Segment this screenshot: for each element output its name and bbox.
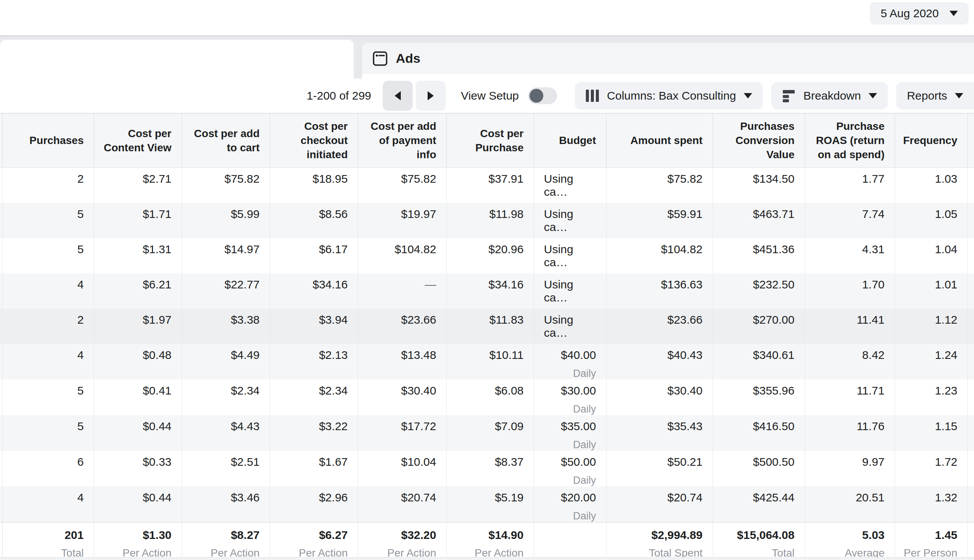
columns-button[interactable]: Columns: Bax Consulting <box>575 82 763 110</box>
cell-amount-spent: $30.40 <box>606 380 713 415</box>
cell-cost-per-purchase: $11.98 <box>446 203 534 238</box>
reports-button-label: Reports <box>907 89 947 102</box>
cell-purchases: 2 <box>2 309 94 344</box>
column-header-purchase-roas[interactable]: Purchase ROAS (return on ad spend) <box>805 113 895 168</box>
cell-cost-per-checkout-initiated: $2.13 <box>270 344 358 380</box>
cell-cost-per-content-view: $1.71 <box>94 203 182 238</box>
cell-budget: $40.00Daily <box>534 344 606 380</box>
cell-purchases: 6 <box>2 451 94 487</box>
cell-cost-per-content-view: $1.97 <box>94 309 182 344</box>
cell-amount-spent: $59.91 <box>606 203 713 238</box>
cell-cost-per-add-of-payment-info: $13.48 <box>358 344 446 380</box>
cell-cost-per-checkout-initiated: $2.34 <box>270 380 358 415</box>
cell-cost-per-add-to-cart: $2.34 <box>182 380 270 415</box>
cell-cost-per-content-view: $0.44 <box>94 487 182 522</box>
ads-metrics-table: PurchasesCost per Content ViewCost per a… <box>0 113 974 560</box>
table-row[interactable]: 5$0.44$4.43$3.22$17.72$7.09$35.00Daily$3… <box>0 415 974 451</box>
total-cost-per-purchase: $14.90Per Action <box>446 522 534 560</box>
trailing-column-sliver <box>967 238 974 273</box>
total-cost-per-add-of-payment-info: $32.20Per Action <box>358 522 446 560</box>
cell-cost-per-content-view: $0.33 <box>94 451 182 487</box>
next-page-button[interactable] <box>416 81 445 111</box>
chevron-down-icon <box>949 11 958 16</box>
cell-purchase-roas: 11.76 <box>805 415 895 451</box>
table-row[interactable]: 2$2.71$75.82$18.95$75.82$37.91Using ca…$… <box>0 168 974 203</box>
cell-frequency: 1.12 <box>895 309 967 344</box>
table-row[interactable]: 4$0.44$3.46$2.96$20.74$5.19$20.00Daily$2… <box>0 487 974 522</box>
view-setup-toggle[interactable] <box>528 87 557 104</box>
column-header-frequency[interactable]: Frequency <box>895 113 967 168</box>
budget-type-label: Daily <box>537 439 596 451</box>
cell-cost-per-content-view: $6.21 <box>94 273 182 309</box>
cell-cost-per-checkout-initiated: $1.67 <box>270 451 358 487</box>
date-range-button[interactable]: 5 Aug 2020 <box>870 2 969 25</box>
cell-budget: Using ca… <box>534 168 606 203</box>
cell-cost-per-purchase: $20.96 <box>446 238 534 273</box>
total-amount-spent: $2,994.89Total Spent <box>606 522 713 560</box>
total-purchase-roas: 5.03Average <box>805 522 895 560</box>
cell-cost-per-purchase: $7.09 <box>446 415 534 451</box>
cell-purchases: 2 <box>2 168 94 203</box>
horizontal-scrollbar-track[interactable] <box>0 557 974 560</box>
table-row[interactable]: 5$0.41$2.34$2.34$30.40$6.08$30.00Daily$3… <box>0 380 974 415</box>
cell-frequency: 1.01 <box>895 273 967 309</box>
cell-purchases-conversion-value: $416.50 <box>713 415 805 451</box>
column-header-amount-spent[interactable]: Amount spent <box>606 113 713 168</box>
cell-cost-per-purchase: $8.37 <box>446 451 534 487</box>
column-header-cost-per-add-to-cart[interactable]: Cost per add to cart <box>182 113 270 168</box>
cell-purchase-roas: 9.97 <box>805 451 895 487</box>
cell-cost-per-purchase: $6.08 <box>446 380 534 415</box>
cell-amount-spent: $20.74 <box>606 487 713 522</box>
table-toolbar: 1-200 of 299 View Setup Columns: Bax Con… <box>0 78 974 113</box>
cell-cost-per-content-view: $2.71 <box>94 168 182 203</box>
cell-purchase-roas: 1.70 <box>805 273 895 309</box>
total-cost-per-add-to-cart: $8.27Per Action <box>182 522 270 560</box>
column-header-purchases[interactable]: Purchases <box>2 113 94 168</box>
cell-cost-per-add-to-cart: $3.38 <box>182 309 270 344</box>
cell-cost-per-add-of-payment-info: — <box>358 273 446 309</box>
cell-cost-per-purchase: $11.83 <box>446 309 534 344</box>
cell-cost-per-add-to-cart: $5.99 <box>182 203 270 238</box>
cell-cost-per-content-view: $0.48 <box>94 344 182 380</box>
cell-amount-spent: $136.63 <box>606 273 713 309</box>
column-header-cost-per-purchase[interactable]: Cost per Purchase <box>446 113 534 168</box>
column-header-cost-per-content-view[interactable]: Cost per Content View <box>94 113 182 168</box>
tab-ads-label: Ads <box>396 51 420 66</box>
cell-cost-per-add-to-cart: $22.77 <box>182 273 270 309</box>
column-header-purchases-conversion-value[interactable]: Purchases Conversion Value <box>713 113 805 168</box>
trailing-column-sliver <box>967 203 974 238</box>
previous-page-button[interactable] <box>383 81 413 111</box>
table-row[interactable]: 6$0.33$2.51$1.67$10.04$8.37$50.00Daily$5… <box>0 451 974 487</box>
table-row[interactable]: 2$1.97$3.38$3.94$23.66$11.83Using ca…$23… <box>0 309 974 344</box>
cell-purchase-roas: 11.41 <box>805 309 895 344</box>
cell-frequency: 1.05 <box>895 203 967 238</box>
chevron-down-icon <box>744 93 752 98</box>
table-row[interactable]: 4$0.48$4.49$2.13$13.48$10.11$40.00Daily$… <box>0 344 974 380</box>
cell-purchases-conversion-value: $463.71 <box>713 203 805 238</box>
breakdown-icon <box>782 89 796 103</box>
table-row[interactable]: 5$1.71$5.99$8.56$19.97$11.98Using ca…$59… <box>0 203 974 238</box>
total-cost-per-checkout-initiated: $6.27Per Action <box>270 522 358 560</box>
column-header-budget[interactable]: Budget <box>534 113 606 168</box>
cell-frequency: 1.23 <box>895 380 967 415</box>
table-row[interactable]: 4$6.21$22.77$34.16—$34.16Using ca…$136.6… <box>0 273 974 309</box>
column-header-cost-per-checkout-initiated[interactable]: Cost per checkout initiated <box>270 113 358 168</box>
cell-cost-per-add-to-cart: $4.49 <box>182 344 270 380</box>
cell-purchases-conversion-value: $340.61 <box>713 344 805 380</box>
reports-button[interactable]: Reports <box>896 82 974 110</box>
cell-cost-per-add-of-payment-info: $23.66 <box>358 309 446 344</box>
tab-ads[interactable]: Ads <box>362 43 974 74</box>
breakdown-button[interactable]: Breakdown <box>771 82 888 110</box>
cell-cost-per-add-of-payment-info: $19.97 <box>358 203 446 238</box>
cell-purchase-roas: 8.42 <box>805 344 895 380</box>
table-row[interactable]: 5$1.31$14.97$6.17$104.82$20.96Using ca…$… <box>0 238 974 273</box>
budget-type-label: Daily <box>537 368 596 380</box>
tab-card-body <box>362 74 974 78</box>
table-header-row: PurchasesCost per Content ViewCost per a… <box>0 113 974 168</box>
cell-purchase-roas: 1.77 <box>805 168 895 203</box>
column-header-cost-per-add-of-payment-info[interactable]: Cost per add of payment info <box>358 113 446 168</box>
cell-purchases: 5 <box>2 238 94 273</box>
active-tab-panel <box>0 40 354 78</box>
cell-purchases-conversion-value: $355.96 <box>713 380 805 415</box>
cell-budget: Using ca… <box>534 309 606 344</box>
